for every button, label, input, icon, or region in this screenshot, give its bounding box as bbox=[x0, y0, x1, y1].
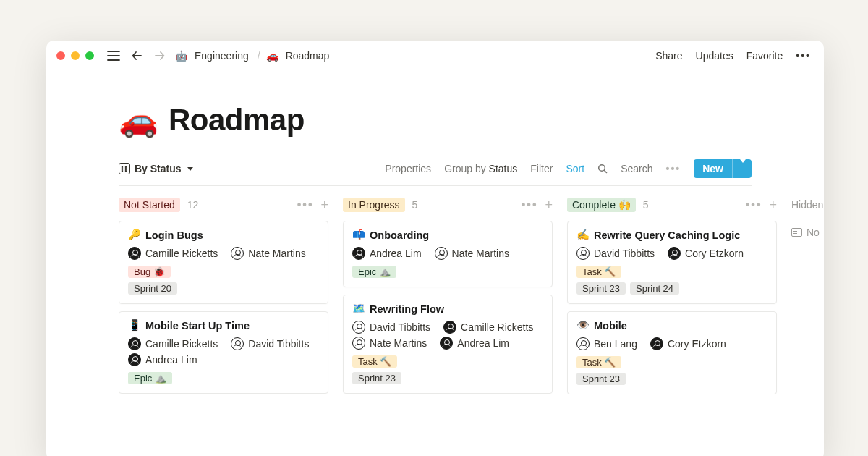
card-list: 📫OnboardingAndrea LimNate MartinsEpic ⛰️… bbox=[343, 221, 553, 394]
card-sprints: Sprint 23 bbox=[352, 372, 543, 384]
sidebar-toggle-icon[interactable] bbox=[106, 48, 122, 64]
card-emoji: 👁️ bbox=[576, 319, 590, 332]
assignee: Camille Ricketts bbox=[128, 247, 218, 260]
close-window-icon[interactable] bbox=[56, 51, 65, 60]
column-status-tag[interactable]: Not Started bbox=[119, 198, 180, 212]
hidden-groups-label[interactable]: Hidden bbox=[791, 199, 824, 211]
card-list: 🔑Login BugsCamille RickettsNate MartinsB… bbox=[119, 221, 328, 394]
column-add-icon[interactable]: + bbox=[545, 198, 553, 211]
page-header: 🚗 Roadmap bbox=[119, 101, 752, 139]
column-count: 5 bbox=[412, 199, 418, 211]
column-add-icon[interactable]: + bbox=[320, 198, 328, 211]
card-title-text: Rewriting Flow bbox=[370, 303, 444, 315]
type-tag: Task 🔨 bbox=[576, 266, 621, 278]
new-button[interactable]: New bbox=[694, 159, 752, 178]
filter-button[interactable]: Filter bbox=[530, 163, 553, 174]
breadcrumb-parent[interactable]: Engineering bbox=[192, 48, 252, 63]
assignee-name: Nate Martins bbox=[248, 248, 305, 259]
no-status-group[interactable]: No bbox=[791, 227, 824, 238]
type-tag: Task 🔨 bbox=[576, 356, 621, 368]
sort-button[interactable]: Sort bbox=[566, 163, 584, 174]
traffic-lights bbox=[56, 51, 94, 60]
type-tag: Task 🔨 bbox=[352, 355, 397, 368]
breadcrumb-separator: / bbox=[258, 50, 260, 62]
page-content: 🚗 Roadmap ⫿⫿ By Status Properties Group … bbox=[46, 69, 824, 456]
avatar-icon bbox=[576, 337, 590, 350]
card-sprints: Sprint 23 bbox=[576, 373, 767, 385]
column-header: Complete 🙌5•••+ bbox=[567, 198, 777, 212]
share-button[interactable]: Share bbox=[652, 48, 685, 63]
assignee-name: Andrea Lim bbox=[145, 354, 197, 366]
card-tags: Bug 🐞 bbox=[128, 266, 319, 278]
assignee: Cory Etzkorn bbox=[650, 337, 726, 350]
new-button-dropdown[interactable] bbox=[732, 159, 752, 178]
assignee-name: Camille Ricketts bbox=[145, 248, 218, 259]
assignee: Camille Ricketts bbox=[128, 337, 218, 350]
card-list: ✍️Rewrite Query Caching LogicDavid Tibbi… bbox=[567, 221, 777, 394]
assignee-name: Camille Ricketts bbox=[145, 338, 218, 350]
overflow-column: HiddenNo bbox=[791, 198, 824, 254]
board-scroll[interactable]: Not Started12•••+🔑Login BugsCamille Rick… bbox=[119, 198, 824, 394]
avatar-icon bbox=[443, 321, 456, 334]
more-menu-icon[interactable]: ••• bbox=[793, 48, 814, 63]
board: Not Started12•••+🔑Login BugsCamille Rick… bbox=[119, 198, 824, 394]
favorite-button[interactable]: Favorite bbox=[744, 48, 786, 63]
view-more-icon[interactable]: ••• bbox=[665, 163, 681, 174]
column-more-icon[interactable]: ••• bbox=[522, 198, 538, 211]
view-switcher[interactable]: ⫿⫿ By Status bbox=[119, 163, 193, 174]
page-emoji[interactable]: 🚗 bbox=[119, 101, 158, 139]
assignee-name: Camille Ricketts bbox=[461, 321, 533, 333]
maximize-window-icon[interactable] bbox=[85, 51, 94, 60]
card-sprints: Sprint 23Sprint 24 bbox=[576, 282, 767, 295]
card-tags: Task 🔨 bbox=[576, 266, 767, 278]
card-emoji: 📫 bbox=[352, 229, 365, 241]
card-sprints: Sprint 20 bbox=[128, 282, 319, 295]
minimize-window-icon[interactable] bbox=[71, 51, 80, 60]
group-by-label: Group by bbox=[444, 163, 488, 174]
avatar-icon bbox=[352, 247, 365, 260]
column-more-icon[interactable]: ••• bbox=[297, 198, 314, 211]
search-label[interactable]: Search bbox=[621, 163, 652, 174]
assignee: Andrea Lim bbox=[128, 353, 197, 366]
back-icon[interactable] bbox=[129, 48, 145, 64]
board-card[interactable]: 👁️MobileBen LangCory EtzkornTask 🔨Sprint… bbox=[567, 311, 777, 394]
board-card[interactable]: 🔑Login BugsCamille RickettsNate MartinsB… bbox=[119, 221, 328, 304]
properties-button[interactable]: Properties bbox=[385, 163, 431, 174]
card-title-text: Rewrite Query Caching Logic bbox=[594, 229, 740, 241]
board-card[interactable]: ✍️Rewrite Query Caching LogicDavid Tibbi… bbox=[567, 221, 777, 304]
card-tags: Task 🔨 bbox=[352, 355, 543, 368]
group-by-button[interactable]: Group by Status bbox=[444, 163, 517, 174]
card-assignees: Andrea LimNate Martins bbox=[352, 247, 543, 260]
card-emoji: 🗺️ bbox=[352, 303, 365, 315]
column-more-icon[interactable]: ••• bbox=[746, 198, 762, 211]
card-assignees: David TibbittsCory Etzkorn bbox=[576, 247, 767, 260]
board-card[interactable]: 📫OnboardingAndrea LimNate MartinsEpic ⛰️ bbox=[343, 221, 553, 287]
column-add-icon[interactable]: + bbox=[769, 198, 777, 211]
breadcrumb-current[interactable]: Roadmap bbox=[283, 48, 333, 63]
column-status-tag[interactable]: Complete 🙌 bbox=[567, 198, 636, 212]
sprint-tag: Sprint 23 bbox=[576, 282, 626, 295]
board-column: In Progress5•••+📫OnboardingAndrea LimNat… bbox=[343, 198, 553, 394]
card-title-text: Login Bugs bbox=[145, 229, 203, 241]
card-assignees: Ben LangCory Etzkorn bbox=[576, 337, 767, 350]
page-title[interactable]: Roadmap bbox=[169, 103, 305, 138]
column-status-tag[interactable]: In Progress bbox=[343, 198, 405, 212]
avatar-icon bbox=[576, 247, 590, 260]
assignee: David Tibbitts bbox=[231, 337, 309, 350]
updates-button[interactable]: Updates bbox=[693, 48, 736, 63]
sprint-tag: Sprint 20 bbox=[128, 282, 177, 295]
assignee: Andrea Lim bbox=[440, 337, 509, 350]
assignee-name: David Tibbitts bbox=[248, 338, 309, 350]
board-column: Complete 🙌5•••+✍️Rewrite Query Caching L… bbox=[567, 198, 777, 394]
search-icon[interactable] bbox=[597, 164, 608, 174]
assignee: Nate Martins bbox=[435, 247, 509, 260]
assignee: Cory Etzkorn bbox=[668, 247, 744, 260]
board-card[interactable]: 🗺️Rewriting FlowDavid TibbittsCamille Ri… bbox=[343, 295, 553, 394]
chevron-down-icon bbox=[187, 167, 193, 171]
sprint-tag: Sprint 24 bbox=[630, 282, 679, 295]
assignee: David Tibbitts bbox=[576, 247, 655, 260]
board-card[interactable]: 📱Mobile Start Up TimeCamille RickettsDav… bbox=[119, 311, 328, 394]
assignee-name: David Tibbitts bbox=[370, 321, 430, 333]
card-emoji: 📱 bbox=[128, 319, 141, 332]
forward-icon[interactable] bbox=[152, 48, 168, 64]
